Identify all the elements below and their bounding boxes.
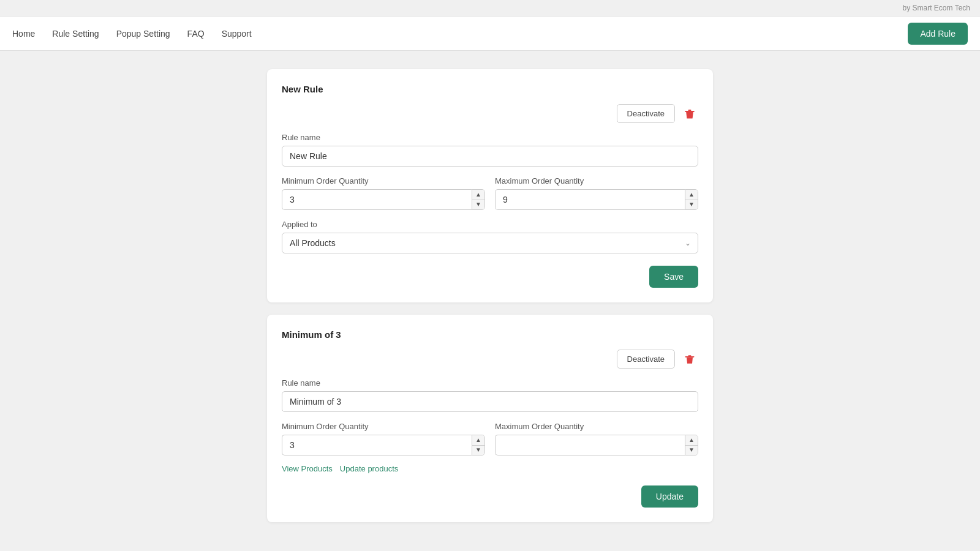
rule-2-name-input[interactable] <box>282 391 698 412</box>
rule-1-min-qty-down[interactable]: ▼ <box>472 200 484 210</box>
nav-rule-setting[interactable]: Rule Setting <box>52 26 99 41</box>
view-products-link[interactable]: View Products <box>282 464 333 473</box>
rule-1-deactivate-button[interactable]: Deactivate <box>617 104 675 123</box>
rule-1-save-button[interactable]: Save <box>649 266 698 288</box>
rule-1-max-qty-spinners: ▲ ▼ <box>685 189 698 210</box>
rule-1-min-qty-input[interactable] <box>282 189 472 210</box>
rule-1-qty-row: Minimum Order Quantity ▲ ▼ Maximum Order… <box>282 176 698 210</box>
rule-1-min-qty-up[interactable]: ▲ <box>472 190 484 200</box>
rule-1-footer: Save <box>282 266 698 288</box>
rule-1-action-row: Deactivate <box>282 104 698 123</box>
rule-2-update-button[interactable]: Update <box>641 485 698 508</box>
nav-home[interactable]: Home <box>12 26 35 41</box>
rule-1-name-input[interactable] <box>282 146 698 167</box>
rule-2-min-qty-spinners: ▲ ▼ <box>472 435 485 455</box>
rule-1-max-qty-wrap: ▲ ▼ <box>495 189 698 210</box>
rule-2-min-qty-label: Minimum Order Quantity <box>282 422 485 431</box>
svg-rect-0 <box>688 110 692 111</box>
rule-2-max-qty-spinners: ▲ ▼ <box>685 435 698 455</box>
rule-card-2: Minimum of 3 Deactivate Rule name Minimu… <box>267 315 713 522</box>
navbar: Home Rule Setting Popup Setting FAQ Supp… <box>0 17 980 51</box>
rule-2-name-label: Rule name <box>282 378 698 388</box>
rule-1-applied-to-label: Applied to <box>282 220 698 229</box>
update-products-link[interactable]: Update products <box>340 464 398 473</box>
rule-2-max-qty-input[interactable] <box>495 435 685 455</box>
rule-2-max-qty-field: Maximum Order Quantity ▲ ▼ <box>495 422 698 455</box>
rule-1-name-field: Rule name <box>282 133 698 167</box>
rule-2-action-row: Deactivate <box>282 350 698 369</box>
main-content: New Rule Deactivate Rule name Minimum Or… <box>257 69 723 522</box>
rule-2-min-qty-input[interactable] <box>282 435 472 455</box>
brand-bar: by Smart Ecom Tech <box>0 0 980 17</box>
rule-2-footer: Update <box>282 485 698 508</box>
trash-icon <box>684 108 696 120</box>
rule-1-max-qty-down[interactable]: ▼ <box>685 200 698 210</box>
rule-2-max-qty-up[interactable]: ▲ <box>685 435 698 446</box>
rule-2-max-qty-wrap: ▲ ▼ <box>495 435 698 455</box>
rule-1-title: New Rule <box>282 84 698 94</box>
rule-1-applied-to-field: Applied to All Products Specific Product… <box>282 220 698 253</box>
rule-2-min-qty-wrap: ▲ ▼ <box>282 435 485 455</box>
rule-1-max-qty-field: Maximum Order Quantity ▲ ▼ <box>495 176 698 210</box>
rule-2-min-qty-up[interactable]: ▲ <box>472 435 484 446</box>
rule-1-applied-to-select[interactable]: All Products Specific Products Specific … <box>282 233 698 253</box>
rule-card-1: New Rule Deactivate Rule name Minimum Or… <box>267 69 713 302</box>
rule-2-products-links: View Products Update products <box>282 464 698 473</box>
rule-2-title: Minimum of 3 <box>282 329 698 340</box>
add-rule-button[interactable]: Add Rule <box>908 23 968 45</box>
trash-icon-2 <box>684 353 696 365</box>
rule-1-min-qty-field: Minimum Order Quantity ▲ ▼ <box>282 176 485 210</box>
rule-2-delete-button[interactable] <box>681 352 698 367</box>
nav-links: Home Rule Setting Popup Setting FAQ Supp… <box>12 26 252 41</box>
rule-1-max-qty-up[interactable]: ▲ <box>685 190 698 200</box>
rule-2-min-qty-down[interactable]: ▼ <box>472 446 484 455</box>
svg-rect-3 <box>685 356 695 358</box>
svg-rect-1 <box>685 111 695 112</box>
rule-1-max-qty-label: Maximum Order Quantity <box>495 176 698 186</box>
rule-2-min-qty-field: Minimum Order Quantity ▲ ▼ <box>282 422 485 455</box>
rule-2-qty-row: Minimum Order Quantity ▲ ▼ Maximum Order… <box>282 422 698 455</box>
nav-support[interactable]: Support <box>222 26 252 41</box>
rule-1-min-qty-spinners: ▲ ▼ <box>472 189 485 210</box>
rule-1-applied-to-wrap: All Products Specific Products Specific … <box>282 233 698 253</box>
nav-popup-setting[interactable]: Popup Setting <box>116 26 170 41</box>
rule-1-max-qty-input[interactable] <box>495 189 685 210</box>
rule-2-max-qty-label: Maximum Order Quantity <box>495 422 698 431</box>
rule-1-delete-button[interactable] <box>681 107 698 121</box>
rule-2-max-qty-down[interactable]: ▼ <box>685 446 698 455</box>
rule-1-name-label: Rule name <box>282 133 698 142</box>
rule-2-deactivate-button[interactable]: Deactivate <box>617 350 675 369</box>
rule-1-min-qty-wrap: ▲ ▼ <box>282 189 485 210</box>
brand-text: by Smart Ecom Tech <box>903 4 970 12</box>
rule-2-name-field: Rule name <box>282 378 698 412</box>
nav-faq[interactable]: FAQ <box>187 26 205 41</box>
svg-rect-2 <box>688 355 692 356</box>
rule-1-min-qty-label: Minimum Order Quantity <box>282 176 485 186</box>
